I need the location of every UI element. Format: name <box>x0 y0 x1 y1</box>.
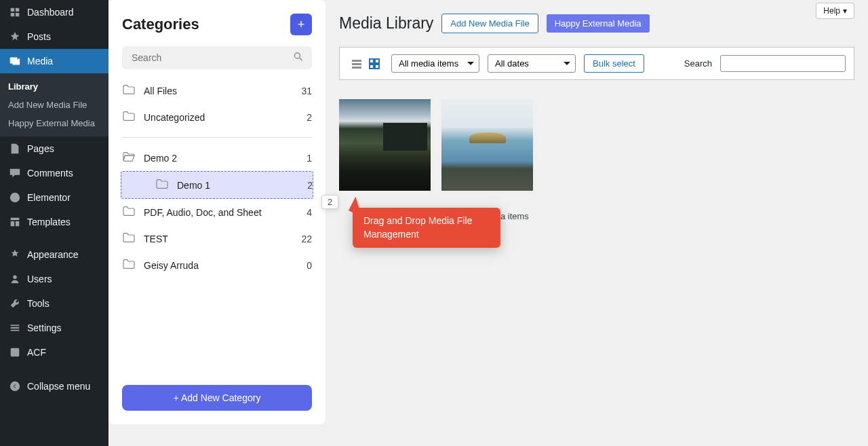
category-demo2[interactable]: Demo 2 1 <box>122 145 312 171</box>
media-toolbar: All media items All dates Bulk select Se… <box>339 47 854 80</box>
media-item[interactable] <box>441 99 533 191</box>
tools-icon <box>8 297 22 310</box>
add-new-category-button[interactable]: + Add New Category <box>122 385 312 411</box>
folder-icon <box>122 111 136 124</box>
menu-elementor[interactable]: Elementor <box>0 185 108 210</box>
svg-point-3 <box>10 382 20 391</box>
date-filter[interactable]: All dates <box>488 54 576 73</box>
category-pdf-audio[interactable]: PDF, Audio, Doc, and Sheet 4 <box>122 199 312 225</box>
acf-icon <box>8 346 22 359</box>
menu-label: Settings <box>27 322 62 333</box>
elementor-icon <box>8 191 22 204</box>
category-label: All Files <box>144 86 301 96</box>
menu-media[interactable]: Media <box>0 49 108 73</box>
menu-tools[interactable]: Tools <box>0 291 108 316</box>
category-count: 31 <box>301 86 312 96</box>
folder-icon <box>122 84 136 97</box>
category-label: Demo 1 <box>177 180 307 191</box>
menu-label: Appearance <box>27 249 79 260</box>
search-icon <box>293 52 304 64</box>
submenu-add-new[interactable]: Add New Media File <box>0 96 108 114</box>
category-count: 22 <box>301 234 312 244</box>
media-submenu: Library Add New Media File Happy Externa… <box>0 73 108 136</box>
categories-panel: Categories + All Files 31 Uncategorized … <box>108 0 326 424</box>
menu-collapse[interactable]: Collapse menu <box>0 374 98 398</box>
dashboard-icon <box>8 5 22 19</box>
menu-settings[interactable]: Settings <box>0 316 108 340</box>
main-content: Help ▾ Media Library Add New Media File … <box>326 0 868 235</box>
category-count: 2 <box>307 180 313 191</box>
media-item[interactable] <box>339 99 431 191</box>
menu-label: Posts <box>27 31 51 42</box>
category-label: Demo 2 <box>144 153 307 164</box>
categories-title: Categories <box>122 16 199 33</box>
media-type-filter[interactable]: All media items <box>391 54 479 73</box>
category-count: 4 <box>307 207 312 218</box>
folder-icon <box>122 232 136 245</box>
svg-point-0 <box>10 193 20 202</box>
grid-view-button[interactable] <box>366 55 383 73</box>
media-search-input[interactable] <box>720 55 846 72</box>
category-all-files[interactable]: All Files 31 <box>122 77 312 104</box>
happy-external-media-button[interactable]: Happy External Media <box>547 14 650 33</box>
folder-icon <box>155 179 169 191</box>
submenu-library[interactable]: Library <box>0 77 108 96</box>
menu-acf[interactable]: ACF <box>0 340 108 365</box>
categories-list: All Files 31 Uncategorized 2 Demo 2 1 De… <box>108 77 326 374</box>
folder-open-icon <box>122 151 136 164</box>
svg-point-4 <box>294 53 300 58</box>
list-view-button[interactable] <box>348 55 366 73</box>
menu-label: Comments <box>27 168 73 179</box>
callout-tooltip: Drag and Drop Media File Management <box>353 208 500 248</box>
add-new-media-button[interactable]: Add New Media File <box>441 14 538 33</box>
divider <box>122 137 312 138</box>
add-category-icon-button[interactable]: + <box>290 14 312 35</box>
category-count: 0 <box>307 260 312 271</box>
category-demo1[interactable]: Demo 1 2 <box>121 171 313 199</box>
appearance-icon <box>8 248 22 261</box>
folder-icon <box>122 206 136 219</box>
folder-icon <box>122 259 136 272</box>
category-uncategorized[interactable]: Uncategorized 2 <box>122 104 312 130</box>
menu-users[interactable]: Users <box>0 267 108 291</box>
chevron-down-icon: ▾ <box>843 6 847 16</box>
svg-rect-6 <box>375 59 379 63</box>
menu-label: Templates <box>27 217 71 227</box>
submenu-happy[interactable]: Happy External Media <box>0 114 108 132</box>
category-test[interactable]: TEST 22 <box>122 225 312 252</box>
menu-label: Tools <box>27 298 50 309</box>
menu-label: Elementor <box>27 192 71 203</box>
categories-search-input[interactable] <box>122 46 312 69</box>
svg-rect-7 <box>370 64 374 69</box>
category-count: 2 <box>307 112 312 123</box>
settings-icon <box>8 321 22 335</box>
menu-appearance[interactable]: Appearance <box>0 242 108 267</box>
menu-comments[interactable]: Comments <box>0 161 108 185</box>
menu-dashboard[interactable]: Dashboard <box>0 0 108 24</box>
templates-icon <box>8 215 22 229</box>
pin-icon <box>8 30 22 43</box>
category-label: Uncategorized <box>144 112 307 123</box>
menu-label: Dashboard <box>27 7 74 18</box>
comments-icon <box>8 166 22 180</box>
menu-label: Pages <box>27 143 54 154</box>
menu-label: Users <box>27 274 52 284</box>
category-geisy[interactable]: Geisy Arruda 0 <box>122 252 312 278</box>
categories-search <box>122 46 312 69</box>
help-button[interactable]: Help ▾ <box>816 3 854 19</box>
collapse-icon <box>8 379 22 393</box>
category-label: PDF, Audio, Doc, and Sheet <box>144 207 307 218</box>
menu-pages[interactable]: Pages <box>0 136 108 161</box>
search-label: Search <box>684 58 712 69</box>
svg-rect-5 <box>370 59 374 63</box>
bulk-select-button[interactable]: Bulk select <box>584 54 644 73</box>
media-icon <box>8 54 22 68</box>
menu-posts[interactable]: Posts <box>0 24 108 49</box>
category-count: 1 <box>307 153 312 164</box>
category-label: Geisy Arruda <box>144 260 307 271</box>
users-icon <box>8 272 22 286</box>
page-title: Media Library <box>339 14 433 33</box>
media-grid <box>339 99 854 191</box>
menu-templates[interactable]: Templates <box>0 210 108 234</box>
svg-point-1 <box>13 276 16 279</box>
